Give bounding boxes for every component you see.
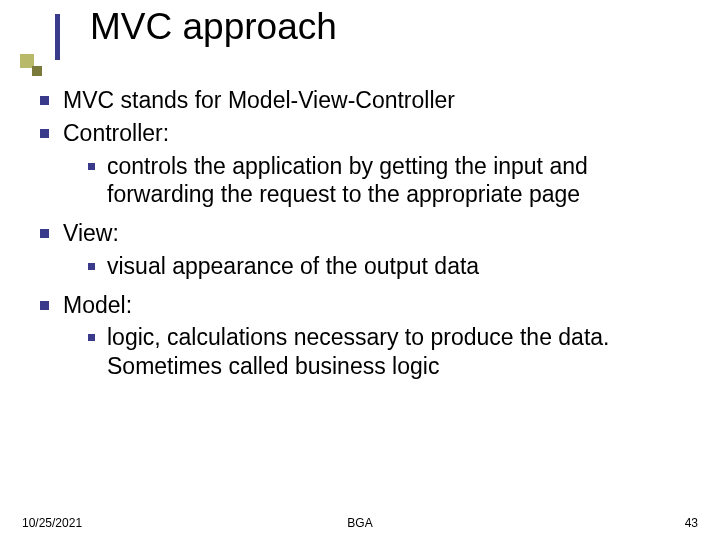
bullet-item: Controller:: [40, 119, 690, 148]
bullet-square-icon: [88, 263, 95, 270]
title-square-small-icon: [32, 66, 42, 76]
bullet-subitem: controls the application by getting the …: [40, 152, 690, 210]
bullet-text: logic, calculations necessary to produce…: [107, 323, 690, 381]
bullet-text: Controller:: [63, 119, 690, 148]
title-area: MVC approach: [0, 0, 720, 72]
footer-center: BGA: [0, 516, 720, 530]
bullet-text: Model:: [63, 291, 690, 320]
bullet-item: View:: [40, 219, 690, 248]
bullet-subitem: logic, calculations necessary to produce…: [40, 323, 690, 381]
slide-title: MVC approach: [90, 6, 337, 48]
bullet-text: visual appearance of the output data: [107, 252, 690, 281]
content-body: MVC stands for Model-View-Controller Con…: [40, 86, 690, 391]
bullet-text: MVC stands for Model-View-Controller: [63, 86, 690, 115]
bullet-square-icon: [40, 301, 49, 310]
bullet-text: controls the application by getting the …: [107, 152, 690, 210]
slide: MVC approach MVC stands for Model-View-C…: [0, 0, 720, 540]
bullet-square-icon: [40, 96, 49, 105]
footer-page-number: 43: [685, 516, 698, 530]
bullet-subitem: visual appearance of the output data: [40, 252, 690, 281]
bullet-square-icon: [40, 129, 49, 138]
bullet-item: Model:: [40, 291, 690, 320]
bullet-text: View:: [63, 219, 690, 248]
title-vertical-bar: [55, 14, 60, 60]
bullet-square-icon: [88, 334, 95, 341]
bullet-square-icon: [40, 229, 49, 238]
bullet-square-icon: [88, 163, 95, 170]
bullet-item: MVC stands for Model-View-Controller: [40, 86, 690, 115]
